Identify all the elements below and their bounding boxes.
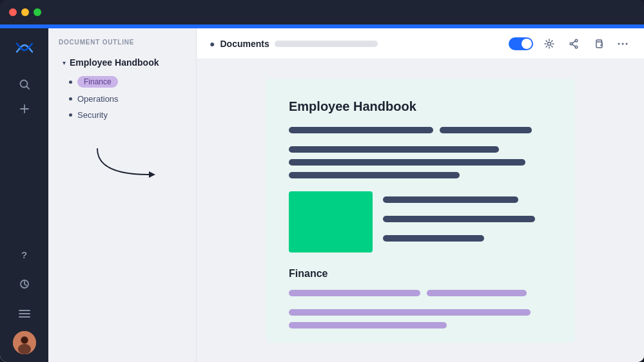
minimize-button[interactable] xyxy=(21,8,29,16)
svg-point-22 xyxy=(626,43,628,44)
svg-point-14 xyxy=(575,39,578,42)
text-line xyxy=(440,127,532,133)
title-placeholder xyxy=(275,41,378,47)
sidebar-menu-icon[interactable] xyxy=(14,303,35,324)
outline-child-finance[interactable]: Finance xyxy=(69,73,196,91)
document-area: ● Documents xyxy=(197,28,644,362)
text-line xyxy=(289,159,525,166)
text-line xyxy=(383,196,518,203)
top-bar-left: ● Documents xyxy=(210,39,378,49)
text-line xyxy=(383,235,484,242)
breadcrumb: Documents xyxy=(220,39,269,49)
purple-text-line xyxy=(289,290,420,296)
top-bar-right xyxy=(509,35,631,52)
outline-child-operations[interactable]: Operations xyxy=(69,91,196,107)
chevron-down-icon: ▾ xyxy=(63,59,66,66)
svg-line-18 xyxy=(572,44,576,46)
app-logo[interactable] xyxy=(13,36,36,59)
document-outline-panel: Document Outline ▾ Employee Handbook Fin… xyxy=(48,28,197,362)
sidebar-add-icon[interactable] xyxy=(14,99,35,119)
document-title: Employee Handbook xyxy=(289,99,552,114)
svg-point-13 xyxy=(548,42,551,45)
document-scroll[interactable]: Employee Handbook xyxy=(197,59,644,362)
svg-marker-12 xyxy=(149,171,155,178)
svg-line-1 xyxy=(26,87,29,90)
svg-point-11 xyxy=(21,337,28,343)
purple-text-line xyxy=(289,309,531,316)
svg-point-0 xyxy=(20,81,27,88)
svg-point-16 xyxy=(570,43,572,45)
svg-line-17 xyxy=(572,41,576,43)
sidebar-bottom: ? xyxy=(13,242,36,354)
sidebar-left: ? xyxy=(0,28,48,362)
outline-parent-label: Employee Handbook xyxy=(70,57,159,68)
arrow-annotation xyxy=(48,136,196,184)
security-label: Security xyxy=(77,110,108,120)
operations-label: Operations xyxy=(77,94,119,104)
finance-tag[interactable]: Finance xyxy=(77,76,118,88)
settings-icon[interactable] xyxy=(541,35,558,52)
traffic-lights xyxy=(9,8,41,16)
toggle-knob xyxy=(522,39,532,49)
purple-text-row-1 xyxy=(289,290,552,303)
bullet-icon xyxy=(69,81,72,84)
sidebar-recent-icon[interactable] xyxy=(14,274,35,294)
svg-point-10 xyxy=(18,344,31,354)
text-line xyxy=(289,172,460,178)
close-button[interactable] xyxy=(9,8,17,16)
text-line xyxy=(289,127,433,133)
more-options-icon[interactable] xyxy=(614,35,631,52)
purple-text-line xyxy=(289,322,447,329)
outline-child-security[interactable]: Security xyxy=(69,107,196,123)
document-page: Employee Handbook xyxy=(266,79,575,343)
outline-children: Finance Operations Security xyxy=(48,73,196,123)
app-window: ? xyxy=(0,0,644,362)
sidebar-search-icon[interactable] xyxy=(14,74,35,95)
share-icon[interactable] xyxy=(565,35,582,52)
user-avatar[interactable] xyxy=(13,331,36,354)
bullet-icon xyxy=(69,97,72,100)
text-line xyxy=(383,216,535,222)
sidebar-help-icon[interactable]: ? xyxy=(14,244,35,265)
top-bar: ● Documents xyxy=(197,28,644,59)
copy-icon[interactable] xyxy=(590,35,607,52)
outline-header: Document Outline xyxy=(48,39,196,46)
document-image xyxy=(289,191,373,252)
title-bar xyxy=(0,0,644,24)
main-content: ? xyxy=(0,28,644,362)
svg-point-20 xyxy=(618,43,620,44)
image-text-block xyxy=(289,191,552,252)
maximize-button[interactable] xyxy=(34,8,41,16)
toggle-switch[interactable] xyxy=(509,37,533,50)
text-line xyxy=(289,146,499,153)
bullet-icon xyxy=(69,113,72,117)
outline-parent-item[interactable]: ▾ Employee Handbook xyxy=(52,53,192,71)
back-icon[interactable]: ● xyxy=(210,39,215,49)
svg-point-21 xyxy=(622,43,624,44)
finance-section-title: Finance xyxy=(289,268,552,280)
purple-text-line xyxy=(427,290,527,296)
image-text-lines xyxy=(383,191,552,252)
text-row-1 xyxy=(289,127,552,140)
svg-point-15 xyxy=(575,46,578,48)
